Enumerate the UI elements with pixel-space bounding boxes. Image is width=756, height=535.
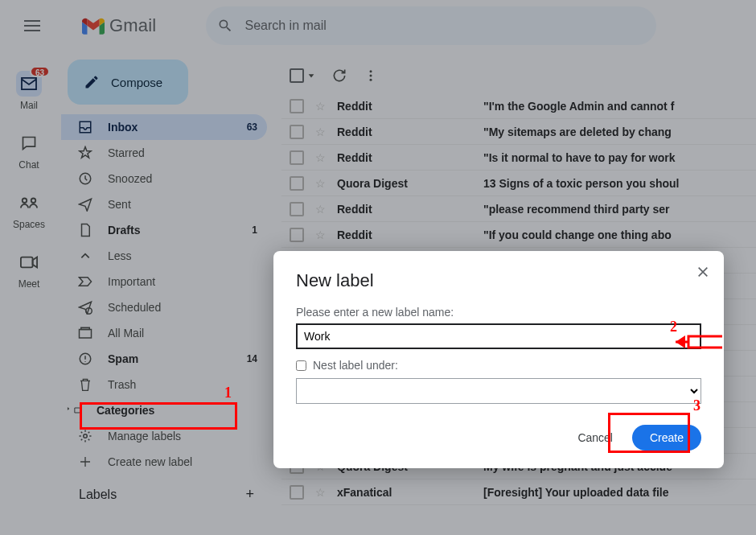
label-name-input[interactable] <box>296 323 701 349</box>
row-checkbox[interactable] <box>290 176 304 191</box>
labels-heading: Labels + <box>61 475 267 503</box>
row-subject: "Is it normal to have to pay for work <box>483 151 675 164</box>
mail-row[interactable]: ☆Reddit"please recommend third party ser <box>281 196 756 222</box>
row-checkbox[interactable] <box>290 202 304 216</box>
sidebar-item-snoozed[interactable]: Snoozed <box>61 166 267 191</box>
main-menu-button[interactable] <box>13 6 51 45</box>
sidebar-item-scheduled[interactable]: Scheduled <box>61 294 267 320</box>
add-label-button[interactable]: + <box>245 486 254 503</box>
row-checkbox[interactable] <box>290 150 304 165</box>
row-sender: Reddit <box>337 203 472 216</box>
star-icon[interactable]: ☆ <box>315 100 326 113</box>
close-button[interactable] <box>696 265 709 282</box>
star-icon[interactable]: ☆ <box>315 486 326 499</box>
mail-row[interactable]: ☆Quora Digest13 Signs of a toxic person … <box>281 171 756 196</box>
row-checkbox[interactable] <box>290 228 304 242</box>
sidebar-item-categories[interactable]: Categories <box>61 397 267 423</box>
new-label-dialog: New label Please enter a new label name:… <box>273 251 724 468</box>
row-sender: Reddit <box>337 151 472 164</box>
rail-item-chat[interactable]: Chat <box>5 130 53 171</box>
caret-down-icon <box>307 72 315 80</box>
send-icon <box>78 197 92 212</box>
sidebar-item-inbox[interactable]: Inbox 63 <box>61 114 267 140</box>
svg-rect-6 <box>81 327 90 329</box>
hamburger-icon <box>24 20 40 31</box>
sidebar-item-spam[interactable]: Spam 14 <box>61 346 267 372</box>
compose-label: Compose <box>111 76 162 89</box>
sidebar-item-label: Categories <box>97 404 257 417</box>
row-checkbox[interactable] <box>290 125 304 139</box>
sidebar-item-create-label[interactable]: Create new label <box>61 449 267 475</box>
mail-row[interactable]: ☆Reddit"My sitemaps are deleted by chang <box>281 119 756 145</box>
star-icon[interactable]: ☆ <box>315 228 326 241</box>
cancel-button[interactable]: Cancel <box>566 425 624 451</box>
rail-label: Mail <box>20 100 38 111</box>
gmail-wordmark: Gmail <box>109 15 156 36</box>
label-name-prompt: Please enter a new label name: <box>296 306 701 319</box>
row-sender: Quora Digest <box>337 177 472 190</box>
sidebar-item-label: Inbox <box>108 121 232 134</box>
sidebar-item-count: 14 <box>247 353 257 364</box>
star-icon[interactable]: ☆ <box>315 126 326 138</box>
mail-row[interactable]: ☆Reddit"Is it normal to have to pay for … <box>281 145 756 171</box>
more-icon[interactable] <box>364 68 378 83</box>
search-bar[interactable] <box>206 6 656 45</box>
rail-item-mail[interactable]: 63 Mail <box>5 71 53 111</box>
sidebar-item-less[interactable]: Less <box>61 243 267 269</box>
star-icon[interactable]: ☆ <box>315 151 326 164</box>
header: Gmail <box>0 0 756 51</box>
gear-icon <box>78 429 92 443</box>
svg-point-0 <box>23 199 27 204</box>
gmail-logo[interactable]: Gmail <box>82 15 156 36</box>
mail-row[interactable]: ☆Reddit"If you could change one thing ab… <box>281 222 756 248</box>
sidebar-item-label: Create new label <box>108 455 257 468</box>
spam-icon <box>78 352 92 366</box>
star-icon[interactable]: ☆ <box>315 177 326 190</box>
create-button[interactable]: Create <box>632 425 701 451</box>
mail-row[interactable]: ☆xFanatical[Foresight] Your uploaded dat… <box>281 479 756 505</box>
row-subject: "My sitemaps are deleted by chang <box>483 126 672 138</box>
scheduled-icon <box>78 300 92 315</box>
row-checkbox[interactable] <box>290 99 304 113</box>
sidebar-item-label: Starred <box>108 146 257 159</box>
rail-item-spaces[interactable]: Spaces <box>5 190 53 230</box>
nest-parent-select[interactable] <box>296 378 701 404</box>
sidebar-item-label: Sent <box>108 198 257 211</box>
sidebar-item-sent[interactable]: Sent <box>61 191 267 217</box>
sidebar-item-label: Snoozed <box>108 172 257 185</box>
svg-point-9 <box>370 70 372 72</box>
sidebar-item-drafts[interactable]: Drafts 1 <box>61 217 267 243</box>
pencil-icon <box>84 74 100 90</box>
star-icon[interactable]: ☆ <box>315 203 326 216</box>
select-all-checkbox[interactable] <box>290 68 315 83</box>
svg-point-10 <box>370 75 372 77</box>
labels-heading-text: Labels <box>79 488 117 502</box>
sidebar-item-starred[interactable]: Starred <box>61 140 267 166</box>
row-subject: [Foresight] Your uploaded data file <box>483 486 669 499</box>
row-checkbox[interactable] <box>290 485 304 500</box>
svg-point-8 <box>84 434 88 438</box>
sidebar-item-allmail[interactable]: All Mail <box>61 320 267 346</box>
compose-button[interactable]: Compose <box>68 60 188 105</box>
row-subject: "I'm the Google Admin and cannot f <box>483 100 674 113</box>
caret-right-icon <box>66 405 71 413</box>
nest-checkbox[interactable] <box>296 360 306 371</box>
rail-label: Meet <box>18 278 40 290</box>
mail-row[interactable]: ☆Reddit"I'm the Google Admin and cannot … <box>281 93 756 119</box>
sidebar-item-manage-labels[interactable]: Manage labels <box>61 423 267 449</box>
star-icon <box>78 146 92 160</box>
spaces-icon <box>20 196 38 209</box>
sidebar: Compose Inbox 63 Starred Snoozed Sent Dr… <box>58 51 273 535</box>
trash-icon <box>79 377 92 392</box>
row-sender: xFanatical <box>337 486 472 499</box>
sidebar-item-label: All Mail <box>108 327 257 340</box>
sidebar-item-trash[interactable]: Trash <box>61 372 267 397</box>
svg-rect-5 <box>80 330 92 339</box>
allmail-icon <box>78 327 92 340</box>
refresh-icon[interactable] <box>331 68 347 84</box>
sidebar-item-label: Less <box>108 249 257 262</box>
sidebar-item-important[interactable]: Important <box>61 269 267 294</box>
rail-item-meet[interactable]: Meet <box>5 249 53 290</box>
nest-label-text: Nest label under: <box>313 359 398 372</box>
search-input[interactable] <box>244 19 645 33</box>
